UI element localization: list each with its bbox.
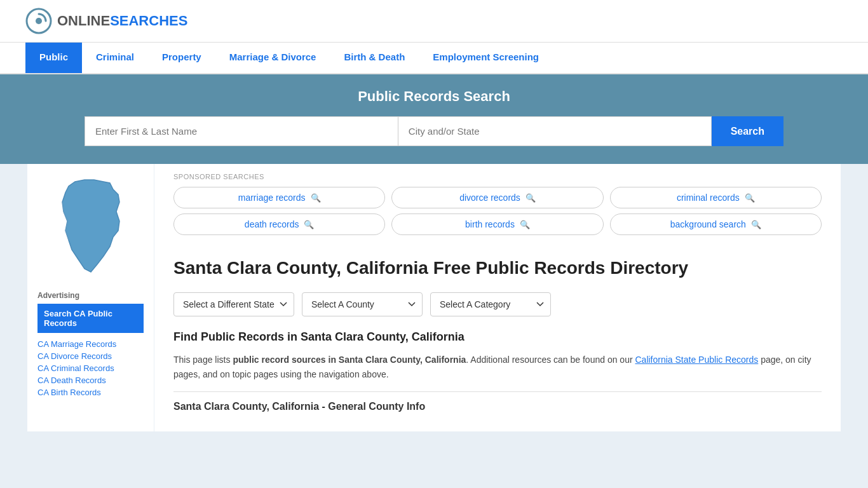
page-title: Santa Clara County, California Free Publ… — [173, 257, 822, 280]
description-text: This page lists public record sources in… — [173, 353, 822, 381]
main-nav: Public Criminal Property Marriage & Divo… — [0, 43, 868, 74]
content-area: SPONSORED SEARCHES marriage records 🔍 di… — [154, 164, 841, 431]
nav-item-employment[interactable]: Employment Screening — [419, 43, 553, 73]
pills-row-1: marriage records 🔍 divorce records 🔍 cri… — [173, 187, 822, 208]
search-pills: marriage records 🔍 divorce records 🔍 cri… — [173, 187, 822, 235]
sidebar-link-criminal[interactable]: CA Criminal Records — [37, 363, 144, 373]
pill-marriage-records[interactable]: marriage records 🔍 — [173, 187, 385, 208]
hero-section: Public Records Search Search — [0, 74, 868, 164]
state-dropdown[interactable]: Select a Different State — [173, 292, 294, 316]
state-map — [50, 177, 132, 278]
desc-part1: This page lists — [173, 355, 233, 365]
pill-death-records[interactable]: death records 🔍 — [173, 214, 385, 235]
sidebar-link-divorce[interactable]: CA Divorce Records — [37, 351, 144, 361]
search-icon-3: 🔍 — [745, 193, 755, 203]
search-icon-6: 🔍 — [751, 220, 761, 229]
site-header: ONLINESEARCHES — [0, 0, 868, 43]
name-input[interactable] — [85, 116, 398, 146]
pills-row-2: death records 🔍 birth records 🔍 backgrou… — [173, 214, 822, 235]
nav-item-marriage-divorce[interactable]: Marriage & Divorce — [215, 43, 330, 73]
dropdowns-row: Select a Different State Select A County… — [173, 292, 822, 316]
nav-item-criminal[interactable]: Criminal — [82, 43, 148, 73]
pill-death-label: death records — [245, 219, 299, 229]
pill-marriage-label: marriage records — [238, 193, 306, 203]
sponsored-section: SPONSORED SEARCHES marriage records 🔍 di… — [173, 164, 822, 241]
sponsored-label: SPONSORED SEARCHES — [173, 173, 822, 180]
search-form: Search — [85, 116, 783, 146]
search-button[interactable]: Search — [712, 116, 783, 146]
svg-point-1 — [36, 18, 42, 24]
pill-background-search[interactable]: background search 🔍 — [610, 214, 822, 235]
desc-bold1: public record sources in Santa Clara Cou… — [233, 355, 466, 365]
desc-part2: . Additional resources can be found on o… — [466, 355, 635, 365]
county-dropdown[interactable]: Select A County — [302, 292, 423, 316]
pill-background-label: background search — [670, 219, 746, 229]
search-icon-2: 🔍 — [526, 193, 536, 203]
nav-item-property[interactable]: Property — [148, 43, 215, 73]
logo[interactable]: ONLINESEARCHES — [25, 8, 187, 34]
sidebar-link-birth[interactable]: CA Birth Records — [37, 388, 144, 397]
nav-item-public[interactable]: Public — [25, 43, 82, 73]
search-icon-4: 🔍 — [304, 220, 314, 229]
pill-birth-label: birth records — [465, 219, 515, 229]
location-input[interactable] — [398, 116, 712, 146]
category-dropdown[interactable]: Select A Category — [430, 292, 551, 316]
find-heading: Find Public Records in Santa Clara Count… — [173, 330, 822, 344]
pill-divorce-records[interactable]: divorce records 🔍 — [391, 187, 603, 208]
sidebar: Advertising Search CA Public Records CA … — [27, 164, 154, 431]
sidebar-link-death[interactable]: CA Death Records — [37, 376, 144, 385]
pill-birth-records[interactable]: birth records 🔍 — [391, 214, 603, 235]
search-icon-5: 🔍 — [520, 220, 530, 229]
nav-item-birth-death[interactable]: Birth & Death — [330, 43, 419, 73]
sidebar-link-marriage[interactable]: CA Marriage Records — [37, 339, 144, 349]
general-info-heading: Santa Clara County, California - General… — [173, 391, 822, 412]
hero-title: Public Records Search — [25, 88, 843, 105]
advertising-label: Advertising — [37, 291, 144, 300]
search-icon-1: 🔍 — [311, 193, 321, 203]
sidebar-ad-box[interactable]: Search CA Public Records — [37, 304, 144, 333]
main-container: Advertising Search CA Public Records CA … — [27, 164, 841, 431]
pill-divorce-label: divorce records — [459, 193, 520, 203]
pill-criminal-label: criminal records — [677, 193, 740, 203]
logo-icon — [25, 8, 52, 34]
logo-text: ONLINESEARCHES — [57, 13, 187, 29]
california-records-link[interactable]: California State Public Records — [635, 355, 759, 365]
pill-criminal-records[interactable]: criminal records 🔍 — [610, 187, 822, 208]
